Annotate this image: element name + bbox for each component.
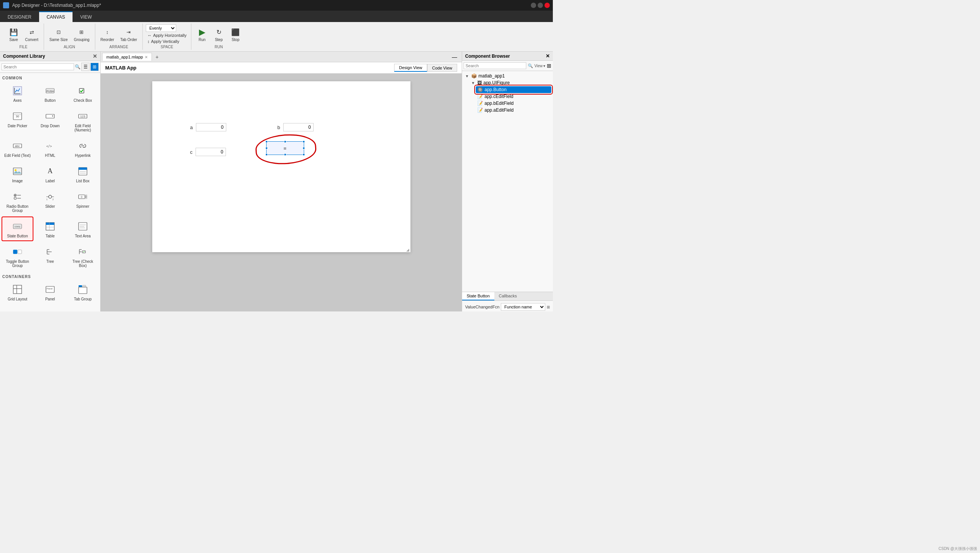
tab-canvas[interactable]: CANVAS: [39, 11, 73, 22]
browser-header: Component Browser ✕: [462, 52, 553, 61]
ribbon-arrange-items: ↕ Reorder ⇥ Tab Order: [98, 24, 140, 44]
value-changed-fcn-select[interactable]: Function name: [501, 303, 545, 311]
tab-order-icon: ⇥: [123, 27, 134, 38]
canvas-tab-main[interactable]: matlab_app1.mlapp ✕: [102, 53, 152, 61]
handle-tm[interactable]: [284, 140, 286, 143]
canvas-minimize-icon[interactable]: —: [449, 54, 460, 60]
component-item-gridlayout[interactable]: Grid Layout: [2, 279, 33, 304]
component-search-input[interactable]: [2, 64, 74, 70]
apply-vertically-button[interactable]: ↕ Apply Vertically: [146, 39, 188, 44]
reorder-button[interactable]: ↕ Reorder: [98, 26, 116, 43]
component-item-axes[interactable]: Axes: [2, 81, 33, 105]
browser-close[interactable]: ✕: [546, 53, 550, 59]
step-button[interactable]: ↻ Step: [211, 26, 226, 43]
minimize-button[interactable]: [531, 3, 536, 8]
browser-search-input[interactable]: [464, 62, 526, 69]
grouping-button[interactable]: ⊞ Grouping: [72, 26, 92, 43]
svg-text:STATE: STATE: [14, 226, 21, 228]
field-b-input[interactable]: [283, 123, 313, 131]
field-a-input[interactable]: [196, 123, 226, 131]
same-size-button[interactable]: ⊡ Same Size: [47, 26, 70, 43]
canvas-resize-handle[interactable]: ◢: [405, 247, 410, 252]
tab-order-button[interactable]: ⇥ Tab Order: [118, 26, 139, 43]
run-label: Run: [199, 38, 205, 42]
tree-item-matlab-app1[interactable]: ▼ 📦 matlab_app1: [464, 73, 551, 80]
component-item-checkbox[interactable]: Check Box: [67, 81, 99, 105]
component-item-listbox[interactable]: List Box: [67, 161, 99, 186]
svg-text:30: 30: [16, 115, 19, 118]
component-item-table[interactable]: Table: [34, 217, 66, 241]
run-button[interactable]: ▶ Run: [194, 26, 210, 43]
browser-grid-icon[interactable]: ⊞: [547, 63, 551, 69]
tab-order-label: Tab Order: [120, 38, 137, 42]
prop-tab-statebutton[interactable]: State Button: [462, 292, 494, 300]
handle-br[interactable]: [302, 153, 305, 156]
handle-mr[interactable]: [302, 147, 305, 149]
canvas-tab-close[interactable]: ✕: [145, 55, 148, 59]
component-item-edittext[interactable]: abc Edit Field (Text): [2, 136, 33, 161]
tree-label-aeditfield: app.aEditField: [485, 107, 514, 113]
component-item-treecheckbox[interactable]: Tree (Check Box): [67, 242, 99, 271]
component-item-slider[interactable]: 1 2 Slider: [34, 187, 66, 216]
component-item-radiogroup[interactable]: Radio Button Group: [2, 187, 33, 216]
prop-tab-callbacks[interactable]: Callbacks: [494, 292, 522, 300]
tab-designer[interactable]: DESIGNER: [0, 11, 39, 22]
handle-ml[interactable]: [266, 147, 268, 149]
convert-button[interactable]: ⇄ Convert: [23, 26, 41, 43]
browser-search-icon: 🔍: [528, 64, 533, 69]
tree-item-ceditfield[interactable]: 📝 app.cEditField: [476, 93, 551, 100]
svg-rect-21: [79, 167, 87, 170]
space-dropdown[interactable]: Evenly: [146, 24, 176, 32]
add-tab-button[interactable]: +: [153, 53, 161, 61]
component-item-dropdown[interactable]: Drop Down: [34, 106, 66, 135]
ceditfield-icon: 📝: [477, 94, 483, 99]
component-item-hyperlink[interactable]: Hyperlink: [67, 136, 99, 161]
component-item-tabgroup[interactable]: Tab Group: [67, 279, 99, 304]
apply-horizontally-button[interactable]: ↔ Apply Horizontally: [146, 33, 188, 38]
canvas-button[interactable]: =: [266, 141, 304, 155]
handle-bl[interactable]: [266, 153, 268, 156]
stop-button[interactable]: ⬛ Stop: [228, 26, 243, 43]
close-button[interactable]: [544, 3, 550, 8]
tab-view[interactable]: VIEW: [73, 11, 99, 22]
code-view-button[interactable]: Code View: [427, 64, 457, 72]
tree-item-beditfield[interactable]: 📝 app.bEditField: [476, 100, 551, 107]
restore-button[interactable]: [538, 3, 543, 8]
svg-text:abc: abc: [15, 144, 20, 148]
save-button[interactable]: 💾 Save: [6, 26, 21, 43]
tree-item-app-button[interactable]: 🔘 app.Button: [476, 86, 551, 93]
tabgroup-icon: [76, 282, 90, 296]
tree-item-uifigure[interactable]: ▼ 🖼 app.UIFigure: [470, 80, 551, 86]
component-item-button[interactable]: PUSH Button: [34, 81, 66, 105]
tree-item-aeditfield[interactable]: 📝 app.aEditField: [476, 107, 551, 113]
statebutton-label: State Button: [7, 234, 28, 238]
component-item-datepicker[interactable]: 30 Date Picker: [2, 106, 33, 135]
stop-label: Stop: [232, 38, 240, 42]
prop-expand-icon[interactable]: ⊞: [547, 305, 550, 309]
component-item-togglegroup[interactable]: Toggle Button Group: [2, 242, 33, 271]
hyperlink-icon: [76, 139, 90, 153]
component-item-spinner[interactable]: 0 ▲ ▼ Spinner: [67, 187, 99, 216]
component-item-html[interactable]: </> HTML: [34, 136, 66, 161]
app-canvas[interactable]: a b c =: [152, 81, 410, 252]
handle-tr[interactable]: [302, 140, 305, 143]
design-view-button[interactable]: Design View: [394, 64, 427, 72]
properties-tabs: State Button Callbacks: [462, 292, 553, 301]
browser-view-dropdown[interactable]: View ▾: [535, 64, 546, 68]
editnum-label: Edit Field (Numeric): [69, 124, 97, 132]
component-item-label[interactable]: A Label: [34, 161, 66, 186]
grid-view-button[interactable]: ⊞: [91, 63, 99, 71]
field-c-input[interactable]: [196, 148, 226, 156]
list-view-button[interactable]: ☰: [81, 63, 90, 71]
panel-label: Panel: [45, 297, 55, 301]
component-item-image[interactable]: Image: [2, 161, 33, 186]
handle-tl[interactable]: [266, 140, 268, 143]
component-item-panel[interactable]: Panel Panel: [34, 279, 66, 304]
component-item-textarea[interactable]: Text Area: [67, 217, 99, 241]
component-library-close[interactable]: ✕: [93, 53, 97, 59]
handle-bm[interactable]: [284, 153, 286, 156]
component-item-tree[interactable]: Tree: [34, 242, 66, 271]
svg-rect-60: [13, 285, 22, 293]
component-item-statebutton[interactable]: STATE State Button: [2, 217, 33, 241]
component-item-editnum[interactable]: 123 Edit Field (Numeric): [67, 106, 99, 135]
